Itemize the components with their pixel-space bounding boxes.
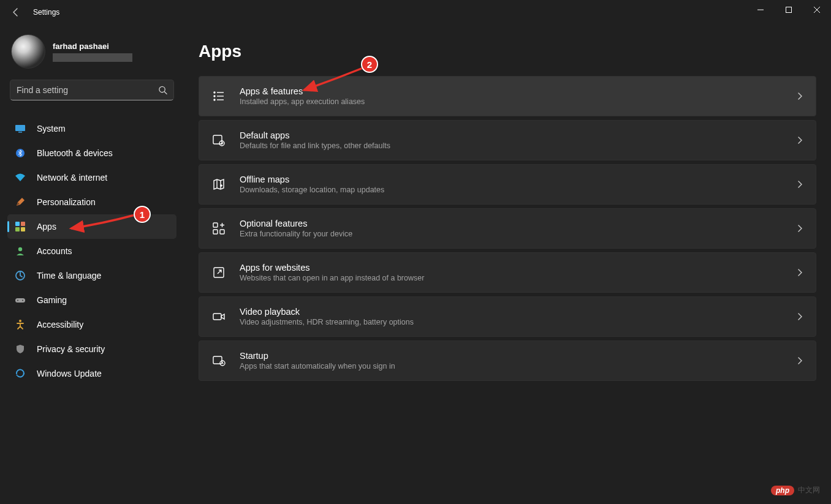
bluetooth-icon: [15, 148, 26, 159]
svg-rect-31: [213, 314, 221, 320]
maximize-button[interactable]: [775, 0, 803, 20]
optional-features-icon: [211, 221, 226, 236]
sidebar-item-time-language[interactable]: Time & language: [7, 263, 176, 288]
chevron-right-icon: [796, 225, 803, 232]
card-text: Optional features Extra functionality fo…: [240, 219, 796, 238]
person-icon: [15, 246, 26, 257]
sidebar-item-accounts[interactable]: Accounts: [7, 239, 176, 263]
card-apps-for-websites[interactable]: Apps for websites Websites that can open…: [199, 252, 816, 293]
content-area: Apps Apps & features Installed apps, app…: [184, 24, 831, 504]
avatar: [11, 34, 45, 69]
sidebar-item-apps[interactable]: Apps: [7, 214, 176, 239]
svg-rect-27: [213, 223, 218, 227]
card-title: Default apps: [240, 130, 796, 140]
default-apps-icon: [211, 133, 226, 148]
card-subtitle: Defaults for file and link types, other …: [240, 141, 796, 150]
map-icon: [211, 177, 226, 192]
open-external-icon: [211, 265, 226, 280]
watermark-text: 中文网: [798, 485, 820, 495]
nav-list: System Bluetooth & devices Network & int…: [0, 105, 184, 386]
card-subtitle: Installed apps, app execution aliases: [240, 97, 796, 106]
card-video-playback[interactable]: Video playback Video adjustments, HDR st…: [199, 296, 816, 337]
arrow-left-icon: [11, 7, 21, 17]
svg-point-4: [159, 86, 165, 92]
card-apps-features[interactable]: Apps & features Installed apps, app exec…: [199, 76, 816, 116]
annotation-badge-1-label: 1: [140, 209, 145, 220]
sidebar-item-label: Apps: [37, 222, 56, 231]
sidebar-item-label: Privacy & security: [37, 344, 105, 354]
search-placeholder: Find a setting: [17, 85, 68, 95]
sidebar-item-network[interactable]: Network & internet: [7, 165, 176, 190]
sidebar-item-label: Bluetooth & devices: [37, 148, 113, 158]
card-text: Startup Apps that start automatically wh…: [240, 351, 796, 370]
card-offline-maps[interactable]: Offline maps Downloads, storage location…: [199, 164, 816, 205]
watermark: php 中文网: [771, 485, 820, 495]
sidebar-item-accessibility[interactable]: Accessibility: [7, 312, 176, 337]
card-default-apps[interactable]: Default apps Defaults for file and link …: [199, 120, 816, 160]
sidebar-item-label: Personalization: [37, 197, 96, 207]
svg-rect-29: [220, 230, 224, 234]
clock-globe-icon: [15, 270, 26, 281]
card-title: Video playback: [240, 307, 796, 317]
annotation-badge-2-label: 2: [367, 59, 372, 70]
svg-rect-1: [786, 7, 792, 13]
svg-rect-25: [213, 135, 222, 144]
video-icon: [211, 309, 226, 324]
sidebar-item-bluetooth[interactable]: Bluetooth & devices: [7, 141, 176, 165]
card-text: Apps & features Installed apps, app exec…: [240, 86, 796, 106]
profile-block[interactable]: farhad pashaei: [0, 31, 184, 71]
sidebar-item-label: Accessibility: [37, 320, 83, 329]
startup-icon: [211, 353, 226, 368]
card-subtitle: Video adjustments, HDR streaming, batter…: [240, 318, 796, 326]
card-text: Default apps Defaults for file and link …: [240, 130, 796, 150]
card-subtitle: Websites that can open in an app instead…: [240, 274, 796, 282]
svg-rect-11: [15, 227, 20, 231]
svg-point-16: [17, 300, 18, 301]
sidebar-item-system[interactable]: System: [7, 116, 176, 141]
paintbrush-icon: [15, 197, 26, 208]
shield-icon: [15, 344, 26, 355]
monitor-icon: [15, 123, 26, 134]
card-text: Offline maps Downloads, storage location…: [240, 175, 796, 194]
search-input[interactable]: Find a setting: [10, 80, 174, 100]
chevron-right-icon: [796, 313, 803, 320]
svg-rect-9: [15, 222, 20, 226]
list-icon: [211, 89, 226, 103]
back-button[interactable]: [11, 7, 28, 17]
card-subtitle: Extra functionality for your device: [240, 230, 796, 238]
close-button[interactable]: [803, 0, 831, 20]
page-title: Apps: [199, 42, 816, 61]
chevron-right-icon: [796, 181, 803, 188]
annotation-badge-2: 2: [361, 56, 378, 73]
chevron-right-icon: [796, 357, 803, 364]
close-icon: [814, 7, 820, 13]
sidebar-item-label: Network & internet: [37, 173, 107, 182]
search-wrap: Find a setting: [0, 71, 184, 105]
window-title: Settings: [33, 8, 59, 17]
sidebar-item-label: System: [37, 124, 66, 134]
svg-rect-7: [18, 132, 22, 133]
settings-card-list: Apps & features Installed apps, app exec…: [199, 76, 816, 382]
svg-rect-28: [213, 230, 218, 234]
card-title: Offline maps: [240, 175, 796, 184]
card-text: Apps for websites Websites that can open…: [240, 263, 796, 282]
sidebar-item-label: Time & language: [37, 271, 101, 280]
card-title: Optional features: [240, 219, 796, 228]
accessibility-icon: [15, 319, 26, 330]
sidebar-item-gaming[interactable]: Gaming: [7, 288, 176, 312]
card-title: Apps & features: [240, 86, 796, 96]
maximize-icon: [786, 7, 792, 13]
main-layout: farhad pashaei Find a setting: [0, 24, 831, 504]
card-optional-features[interactable]: Optional features Extra functionality fo…: [199, 208, 816, 249]
sidebar-item-personalization[interactable]: Personalization: [7, 190, 176, 214]
annotation-badge-1: 1: [134, 206, 151, 223]
sidebar-item-privacy[interactable]: Privacy & security: [7, 337, 176, 361]
svg-point-21: [214, 96, 215, 97]
minimize-button[interactable]: [746, 0, 775, 20]
card-startup[interactable]: Startup Apps that start automatically wh…: [199, 340, 816, 381]
search-icon: [158, 86, 167, 95]
update-icon: [15, 368, 26, 379]
svg-rect-12: [21, 227, 25, 231]
svg-rect-10: [21, 222, 25, 226]
sidebar-item-windows-update[interactable]: Windows Update: [7, 361, 176, 386]
